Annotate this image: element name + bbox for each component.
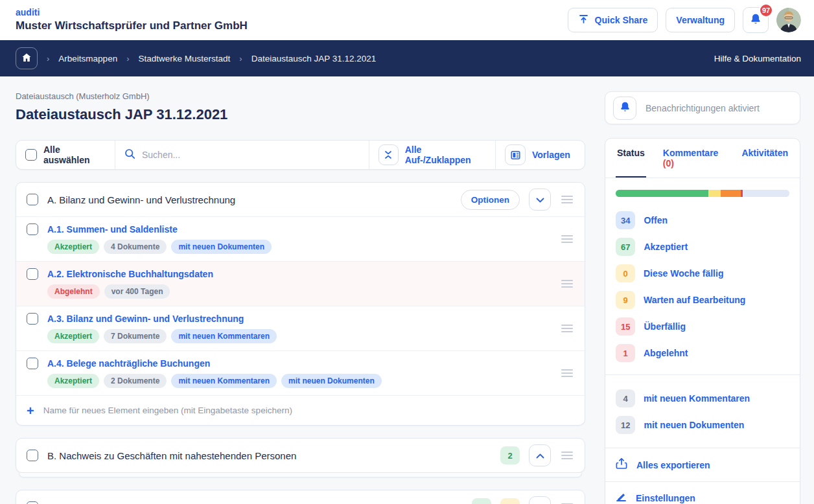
status-row-abgelehnt: 1 Abgelehnt bbox=[616, 341, 789, 365]
item-a2-body: A.2. Elektronische Buchhaltungsdaten Abg… bbox=[47, 268, 551, 299]
item-a3-checkbox[interactable] bbox=[27, 313, 38, 325]
section-b-stack-edge bbox=[19, 473, 582, 477]
item-a1-title[interactable]: A.1. Summen- und Saldenliste bbox=[47, 224, 178, 235]
section-a-title: A. Bilanz und Gewinn- und Verlustrechnun… bbox=[47, 194, 452, 205]
settings-action[interactable]: Einstellungen bbox=[605, 481, 800, 504]
options-button[interactable]: Optionen bbox=[461, 190, 520, 210]
item-a4-drag-handle[interactable] bbox=[560, 367, 574, 380]
home-button[interactable] bbox=[16, 47, 38, 69]
export-icon bbox=[616, 457, 627, 472]
status-badge: Akzeptiert bbox=[47, 329, 99, 343]
tab-aktivitaeten[interactable]: Aktivitäten bbox=[740, 139, 789, 178]
pencil-icon bbox=[616, 491, 627, 504]
new-documents-badge: mit neuen Dokumenten bbox=[171, 240, 272, 254]
documents-badge: 4 Dokumente bbox=[104, 240, 167, 254]
section-a-card: A. Bilanz und Gewinn- und Verlustrechnun… bbox=[16, 182, 585, 426]
breadcrumb-item-stadtwerke[interactable]: Stadtwerke Musterstadt bbox=[139, 54, 231, 63]
user-avatar[interactable] bbox=[776, 8, 801, 32]
plus-icon[interactable]: + bbox=[27, 404, 34, 417]
item-a1-drag-handle[interactable] bbox=[560, 233, 574, 246]
chevron-up-icon bbox=[536, 451, 544, 461]
verwaltung-button[interactable]: Verwaltung bbox=[666, 8, 735, 32]
section-a-collapse-button[interactable] bbox=[529, 189, 551, 211]
export-all-action[interactable]: Alles exportieren bbox=[605, 448, 800, 481]
new-documents-badge: mit neuen Dokumenten bbox=[281, 374, 382, 388]
link-neue-kommentare[interactable]: mit neuen Kommentaren bbox=[644, 393, 750, 404]
link-neue-dokumente[interactable]: mit neuen Dokumenten bbox=[644, 420, 744, 430]
list-item-a3: A.3. Bilanz und Gewinn- und Verlustrechn… bbox=[16, 306, 585, 350]
documents-badge: 2 Dokumente bbox=[104, 374, 167, 388]
item-a1-checkbox[interactable] bbox=[27, 223, 38, 235]
notifications-card: Benachrichtigungen aktiviert bbox=[605, 91, 800, 124]
status-panel: Status Kommentare (0) Aktivitäten 34 Off… bbox=[605, 138, 800, 504]
collapse-all-group[interactable]: Alle Auf-/Zuklappen bbox=[369, 141, 495, 169]
status-link-offen[interactable]: Offen bbox=[644, 215, 668, 225]
new-comments-badge: mit neuen Kommentaren bbox=[171, 374, 277, 388]
search-input[interactable] bbox=[142, 150, 360, 160]
new-element-input[interactable] bbox=[43, 406, 574, 415]
quick-share-button[interactable]: Quick Share bbox=[568, 8, 658, 32]
section-a-checkbox[interactable] bbox=[27, 194, 38, 205]
item-a1-badges: Akzeptiert 4 Dokumente mit neuen Dokumen… bbox=[47, 240, 551, 254]
section-b-card: B. Nachweis zu Geschäften mit nahestehen… bbox=[16, 438, 585, 473]
notifications-toggle-button[interactable] bbox=[613, 97, 636, 120]
chevron-down-icon bbox=[536, 195, 544, 205]
section-b-expand-button[interactable] bbox=[529, 444, 551, 466]
new-comments-badge: mit neuen Kommentaren bbox=[171, 329, 277, 343]
item-a3-badges: Akzeptiert 7 Dokumente mit neuen Komment… bbox=[47, 329, 551, 343]
add-element-row: + bbox=[16, 395, 585, 425]
templates-icon[interactable] bbox=[505, 144, 526, 165]
item-a2-drag-handle[interactable] bbox=[560, 277, 574, 290]
section-c-drag-handle[interactable] bbox=[560, 501, 574, 504]
section-a-drag-handle[interactable] bbox=[560, 193, 574, 206]
settings-label: Einstellungen bbox=[636, 493, 695, 503]
item-a3-title[interactable]: A.3. Bilanz und Gewinn- und Verlustrechn… bbox=[47, 314, 244, 324]
header-actions: Quick Share Verwaltung 97 bbox=[568, 7, 801, 33]
verwaltung-label: Verwaltung bbox=[676, 15, 725, 25]
item-a2-checkbox[interactable] bbox=[27, 268, 38, 280]
tab-kommentare[interactable]: Kommentare (0) bbox=[662, 139, 725, 178]
select-all-checkbox[interactable] bbox=[25, 149, 37, 161]
count-badge: 34 bbox=[616, 211, 635, 229]
page-title: Dateiaustausch JAP 31.12.2021 bbox=[16, 106, 585, 123]
tab-status[interactable]: Status bbox=[616, 139, 646, 178]
sidebar-tabs: Status Kommentare (0) Aktivitäten bbox=[605, 139, 800, 178]
section-b-header: B. Nachweis zu Geschäften mit nahestehen… bbox=[16, 439, 585, 472]
templates-label[interactable]: Vorlagen bbox=[532, 150, 570, 160]
section-c-card: C. Finanzanlagevermögen 2 1 bbox=[16, 490, 585, 504]
list-item-a4: A.4. Belege nachträgliche Buchungen Akze… bbox=[16, 350, 585, 395]
status-progress-bar bbox=[616, 190, 789, 197]
breadcrumb-item-arbeitsmappen[interactable]: Arbeitsmappen bbox=[58, 54, 117, 63]
section-b-checkbox[interactable] bbox=[27, 450, 38, 461]
home-icon bbox=[21, 52, 32, 65]
status-list: 34 Offen 67 Akzeptiert 0 Diese Woche fäl… bbox=[605, 201, 800, 374]
count-badge: 0 bbox=[616, 264, 635, 282]
extra-count-list: 4 mit neuen Kommentaren 12 mit neuen Dok… bbox=[605, 375, 800, 448]
section-b-drag-handle[interactable] bbox=[560, 449, 574, 462]
status-link-ueberfaellig[interactable]: Überfällig bbox=[644, 321, 686, 332]
help-documentation-link[interactable]: Hilfe & Dokumentation bbox=[714, 54, 801, 63]
section-c-expand-button[interactable] bbox=[529, 496, 551, 504]
item-a3-drag-handle[interactable] bbox=[560, 322, 574, 335]
status-link-akzeptiert[interactable]: Akzeptiert bbox=[644, 242, 688, 252]
collapse-all-label[interactable]: Alle Auf-/Zuklappen bbox=[405, 144, 486, 165]
status-row-offen: 34 Offen bbox=[616, 208, 789, 233]
count-badge: 4 bbox=[616, 389, 635, 407]
app-logo[interactable]: auditi bbox=[16, 7, 248, 19]
status-link-diese-woche[interactable]: Diese Woche fällig bbox=[644, 268, 723, 279]
breadcrumb-item-dateiaustausch[interactable]: Dateiaustausch JAP 31.12.2021 bbox=[251, 54, 377, 63]
item-a3-body: A.3. Bilanz und Gewinn- und Verlustrechn… bbox=[47, 313, 551, 343]
status-link-abgelehnt[interactable]: Abgelehnt bbox=[644, 348, 688, 358]
section-c-checkbox[interactable] bbox=[27, 501, 38, 504]
status-row-ueberfaellig: 15 Überfällig bbox=[616, 314, 789, 339]
item-a2-title[interactable]: A.2. Elektronische Buchhaltungsdaten bbox=[47, 269, 213, 279]
status-link-warten[interactable]: Warten auf Bearbeitung bbox=[644, 295, 745, 305]
templates-group[interactable]: Vorlagen bbox=[495, 141, 585, 169]
item-a4-checkbox[interactable] bbox=[27, 358, 38, 369]
main-content: Dateiaustausch (Musterholz GmbH) Dateiau… bbox=[0, 76, 814, 504]
status-row-diese-woche: 0 Diese Woche fällig bbox=[616, 261, 789, 286]
notifications-button[interactable]: 97 bbox=[743, 7, 769, 33]
list-item-a1: A.1. Summen- und Saldenliste Akzeptiert … bbox=[16, 216, 585, 261]
item-a4-title[interactable]: A.4. Belege nachträgliche Buchungen bbox=[47, 358, 210, 369]
collapse-all-icon[interactable] bbox=[378, 144, 399, 165]
